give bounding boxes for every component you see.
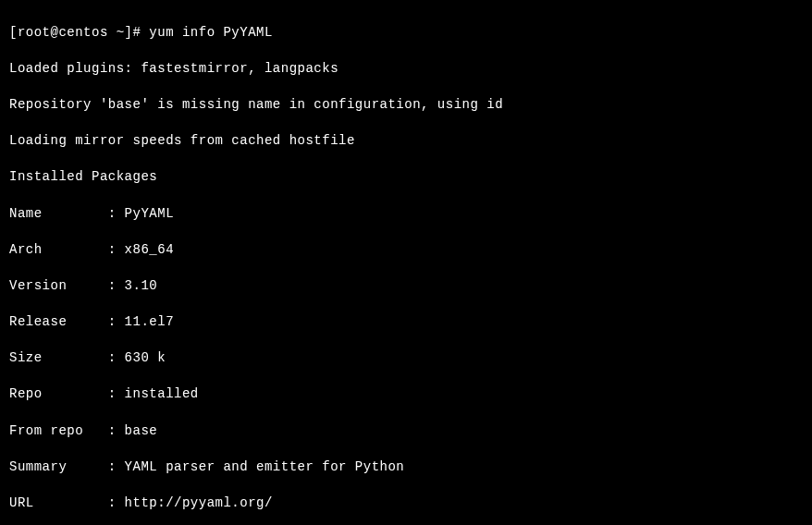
prompt-text: [root@centos ~]# <box>9 25 141 40</box>
output-line: Loading mirror speeds from cached hostfi… <box>9 132 803 151</box>
field-arch: Arch : x86_64 <box>9 241 803 260</box>
command-text: yum info PyYAML <box>149 25 273 40</box>
field-url: URL : http://pyyaml.org/ <box>9 494 803 513</box>
field-version: Version : 3.10 <box>9 277 803 296</box>
field-from-repo: From repo : base <box>9 422 803 441</box>
field-summary: Summary : YAML parser and emitter for Py… <box>9 458 803 477</box>
field-name: Name : PyYAML <box>9 205 803 224</box>
field-release: Release : 11.el7 <box>9 313 803 332</box>
output-line: Installed Packages <box>9 168 803 187</box>
field-size: Size : 630 k <box>9 349 803 368</box>
output-line: Repository 'base' is missing name in con… <box>9 96 803 115</box>
output-line: Loaded plugins: fastestmirror, langpacks <box>9 60 803 79</box>
terminal-output[interactable]: [root@centos ~]# yum info PyYAML Loaded … <box>9 6 803 525</box>
command-line-1: [root@centos ~]# yum info PyYAML <box>9 24 803 43</box>
field-repo: Repo : installed <box>9 385 803 404</box>
